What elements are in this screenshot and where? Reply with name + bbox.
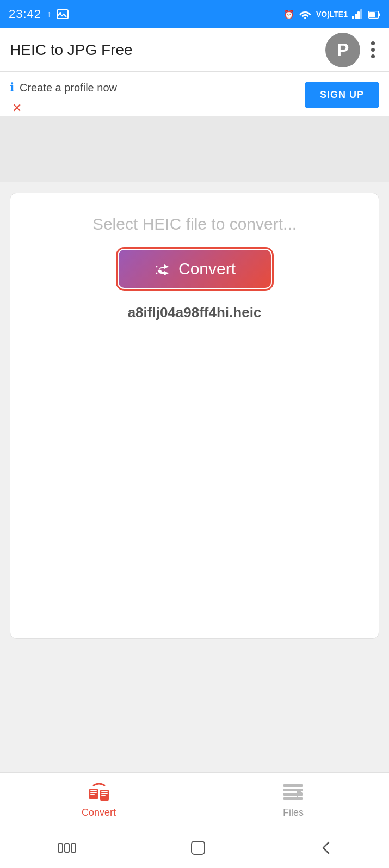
app-bar-right: P xyxy=(325,33,379,67)
nav-convert[interactable]: Convert xyxy=(60,777,138,823)
svg-rect-11 xyxy=(90,792,97,793)
convert-button-wrapper: Convert xyxy=(119,250,271,288)
back-button[interactable] xyxy=(298,835,354,861)
svg-rect-24 xyxy=(192,841,205,854)
menu-dot xyxy=(371,54,375,58)
filename-display: a8iflj04a98ff4hi.heic xyxy=(128,304,262,321)
app-title: HEIC to JPG Free xyxy=(10,41,133,59)
profile-banner: ℹ Create a profile now SIGN UP ✕ xyxy=(0,72,389,116)
svg-rect-23 xyxy=(71,844,76,852)
svg-rect-15 xyxy=(101,795,106,796)
system-nav-bar xyxy=(0,827,389,868)
svg-rect-4 xyxy=(357,11,360,19)
banner-info: ℹ Create a profile now xyxy=(10,82,117,94)
convert-nav-icon xyxy=(85,781,113,804)
image-icon xyxy=(57,9,69,20)
main-content: Select HEIC file to convert... Convert a… xyxy=(0,182,389,650)
info-icon: ℹ xyxy=(10,82,14,94)
ad-banner xyxy=(0,116,389,182)
recent-apps-button[interactable] xyxy=(35,835,98,861)
svg-rect-16 xyxy=(283,784,303,787)
menu-dot xyxy=(371,48,375,52)
banner-text: Create a profile now xyxy=(20,82,117,94)
files-nav-label: Files xyxy=(283,807,304,818)
svg-rect-12 xyxy=(90,794,95,795)
convert-nav-label: Convert xyxy=(82,807,116,818)
files-nav-icon xyxy=(279,781,307,804)
svg-rect-7 xyxy=(369,12,375,17)
alarm-icon: ⏰ xyxy=(283,9,294,20)
status-bar-right: ⏰ VO)LTE1 xyxy=(283,9,380,20)
svg-rect-10 xyxy=(90,790,97,791)
shuffle-icon xyxy=(153,260,171,278)
converter-card: Select HEIC file to convert... Convert a… xyxy=(10,193,379,639)
svg-rect-2 xyxy=(352,16,354,19)
app-logo: P xyxy=(325,33,360,67)
svg-rect-22 xyxy=(65,844,69,852)
convert-button[interactable]: Convert xyxy=(119,250,271,288)
app-bar: HEIC to JPG Free P xyxy=(0,28,389,72)
svg-rect-5 xyxy=(360,9,362,19)
nav-files[interactable]: Files xyxy=(257,777,329,823)
upload-icon: ↑ xyxy=(47,9,51,19)
signal-icon xyxy=(352,9,364,20)
menu-dot xyxy=(371,41,375,45)
bottom-navigation: Convert Files xyxy=(0,772,389,827)
svg-rect-19 xyxy=(283,797,303,800)
status-bar: 23:42 ↑ ⏰ VO)LTE1 xyxy=(0,0,389,28)
svg-rect-3 xyxy=(355,14,357,19)
status-time: 23:42 xyxy=(9,7,41,21)
lte-icon: VO)LTE1 xyxy=(316,10,348,19)
banner-close-area: ✕ xyxy=(12,101,22,115)
wifi-icon xyxy=(299,9,312,20)
home-button[interactable] xyxy=(169,835,227,861)
close-icon[interactable]: ✕ xyxy=(12,101,22,115)
more-options-button[interactable] xyxy=(367,37,379,63)
battery-icon xyxy=(368,9,380,19)
status-bar-left: 23:42 ↑ xyxy=(9,7,69,21)
svg-rect-21 xyxy=(58,844,63,852)
sign-up-button[interactable]: SIGN UP xyxy=(305,82,379,108)
svg-rect-17 xyxy=(283,789,303,791)
svg-rect-14 xyxy=(101,793,108,794)
svg-rect-13 xyxy=(101,791,108,792)
convert-button-label: Convert xyxy=(178,260,236,278)
select-file-placeholder: Select HEIC file to convert... xyxy=(92,215,297,233)
